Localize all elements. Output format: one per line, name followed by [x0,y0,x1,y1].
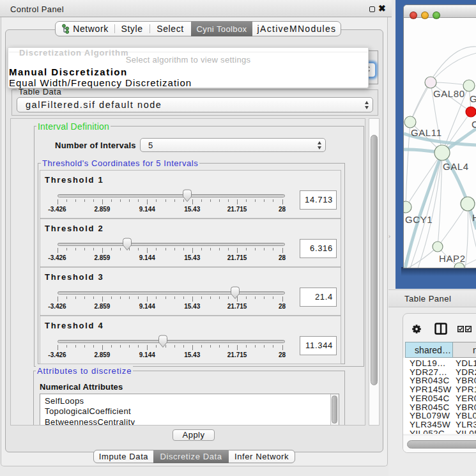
svg-text:C: C [472,119,476,130]
svg-text:GAL4: GAL4 [443,161,469,172]
svg-text:GAL80: GAL80 [433,88,465,99]
svg-text:GA: GA [470,93,476,104]
svg-text:GCY1: GCY1 [405,214,433,225]
svg-text:H: H [472,212,476,223]
svg-text:HAP2: HAP2 [439,253,466,264]
svg-text:GAL11: GAL11 [411,127,442,138]
